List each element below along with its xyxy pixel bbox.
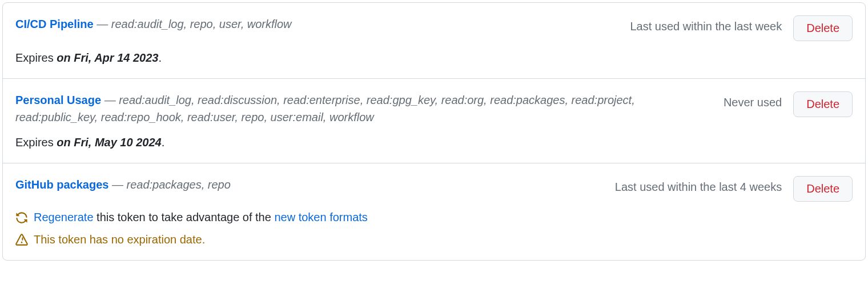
- sync-icon: [15, 211, 28, 224]
- token-item: Personal Usage — read:audit_log, read:di…: [3, 79, 865, 163]
- token-scopes: read:audit_log, repo, user, workflow: [111, 18, 292, 30]
- last-used-label: Never used: [724, 91, 782, 109]
- last-used-label: Last used within the last 4 weeks: [615, 176, 782, 194]
- warning-line: This token has no expiration date.: [15, 233, 853, 246]
- expires-prefix: Expires: [15, 51, 57, 64]
- regenerate-line: Regenerate this token to take advantage …: [15, 211, 853, 224]
- scope-dash: —: [108, 178, 126, 191]
- token-main: GitHub packages — read:packages, repo: [15, 176, 604, 193]
- delete-button[interactable]: Delete: [793, 15, 853, 41]
- alert-icon: [15, 234, 28, 246]
- new-token-formats-link[interactable]: new token formats: [274, 211, 367, 223]
- expires-suffix: .: [158, 51, 162, 64]
- expires-line: Expires on Fri, May 10 2024.: [15, 136, 853, 149]
- warning-text: This token has no expiration date.: [34, 233, 205, 246]
- token-name-link[interactable]: GitHub packages: [15, 178, 108, 191]
- regenerate-mid: this token to take advantage of the: [94, 211, 275, 223]
- delete-button[interactable]: Delete: [793, 176, 853, 202]
- expires-suffix: .: [162, 136, 165, 149]
- delete-button[interactable]: Delete: [793, 91, 853, 117]
- regenerate-text: Regenerate this token to take advantage …: [34, 211, 368, 224]
- last-used-label: Last used within the last week: [630, 15, 782, 33]
- token-row: GitHub packages — read:packages, repo La…: [15, 176, 853, 202]
- token-row: CI/CD Pipeline — read:audit_log, repo, u…: [15, 15, 853, 41]
- token-main: CI/CD Pipeline — read:audit_log, repo, u…: [15, 15, 618, 33]
- scope-dash: —: [101, 94, 119, 106]
- token-name-link[interactable]: Personal Usage: [15, 94, 101, 106]
- expires-prefix: Expires: [15, 136, 57, 149]
- token-item: CI/CD Pipeline — read:audit_log, repo, u…: [3, 3, 865, 79]
- token-scopes: read:packages, repo: [127, 178, 231, 191]
- token-item: GitHub packages — read:packages, repo La…: [3, 163, 865, 260]
- expires-date: on Fri, Apr 14 2023: [57, 51, 158, 64]
- token-name-link[interactable]: CI/CD Pipeline: [15, 18, 94, 30]
- expires-line: Expires on Fri, Apr 14 2023.: [15, 51, 853, 65]
- expires-date: on Fri, May 10 2024: [57, 136, 161, 149]
- token-list: CI/CD Pipeline — read:audit_log, repo, u…: [2, 2, 866, 261]
- scope-dash: —: [94, 18, 111, 30]
- token-row: Personal Usage — read:audit_log, read:di…: [15, 91, 853, 126]
- token-main: Personal Usage — read:audit_log, read:di…: [15, 91, 712, 126]
- regenerate-link[interactable]: Regenerate: [34, 211, 94, 223]
